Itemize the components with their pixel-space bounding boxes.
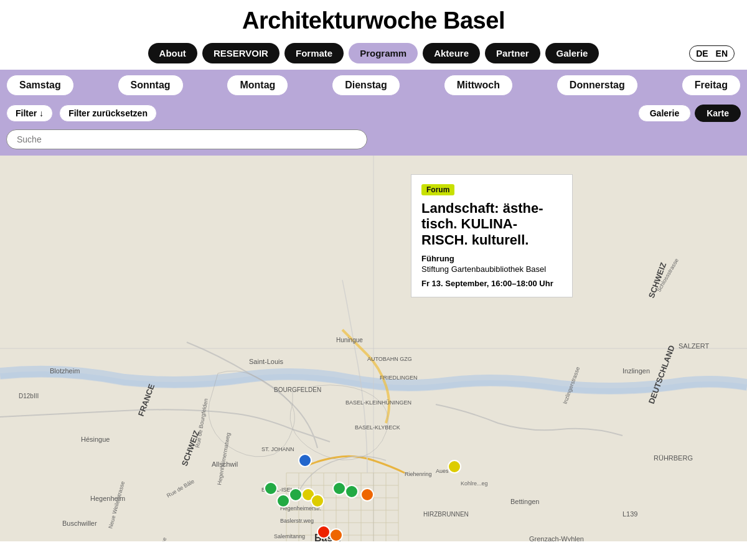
nav-about[interactable]: About (148, 43, 197, 63)
site-header: Architekturwoche Basel (0, 0, 747, 39)
map-pin[interactable] (332, 482, 346, 495)
svg-text:D12bIII: D12bIII (19, 393, 39, 399)
svg-text:Inzlingen: Inzlingen (622, 367, 650, 375)
svg-text:Hésingue: Hésingue (81, 436, 110, 443)
svg-text:SALZERT: SALZERT (679, 342, 710, 350)
search-input[interactable] (6, 129, 367, 149)
svg-text:Bettingen: Bettingen (510, 498, 539, 505)
map-pin[interactable] (317, 525, 331, 539)
search-row (0, 126, 747, 156)
map-pin[interactable] (360, 488, 374, 502)
filter-button[interactable]: Filter ↓ (6, 105, 53, 122)
popup-tag: Forum (421, 184, 454, 195)
tab-samstag[interactable]: Samstag (6, 75, 74, 96)
svg-text:L139: L139 (622, 510, 637, 518)
svg-text:RÜHRBERG: RÜHRBERG (654, 454, 693, 462)
popup-title: Landschaft: ästhe-tisch. KULINA-RISCH. k… (421, 200, 562, 248)
lang-en[interactable]: EN (716, 49, 728, 58)
svg-text:HIRZBRUNNEN: HIRZBRUNNEN (423, 511, 469, 518)
view-karte-button[interactable]: Karte (695, 105, 741, 122)
map-pin[interactable] (311, 494, 324, 508)
popup-location: Stiftung Gartenbaubibliothek Basel (421, 264, 562, 274)
map-container: Blotzheim Hésingue Schönenbuch Hegenheim… (0, 156, 747, 541)
popup-subtitle: Führung (421, 254, 562, 263)
tab-freitag[interactable]: Freitag (682, 75, 741, 96)
lang-de[interactable]: DE (696, 49, 708, 58)
svg-text:Aues: Aues (436, 468, 449, 474)
svg-text:FRIEDLINGEN: FRIEDLINGEN (380, 375, 418, 381)
site-title: Architekturwoche Basel (0, 7, 747, 34)
view-toggle: Galerie Karte (638, 105, 741, 122)
svg-text:Kohlre...eg: Kohlre...eg (461, 480, 488, 487)
nav-programm[interactable]: Programm (349, 43, 418, 63)
map-pin[interactable] (448, 460, 461, 474)
svg-text:Buschwiller: Buschwiller (62, 520, 97, 527)
svg-text:BASEL-KLEINHÜNINGEN: BASEL-KLEINHÜNINGEN (345, 399, 411, 406)
nav-galerie[interactable]: Galerie (545, 43, 599, 63)
svg-text:AUTOBAHN GZG: AUTOBAHN GZG (367, 356, 412, 362)
popup-date: Fr 13. September, 16:00–18:00 Uhr (421, 279, 562, 288)
main-nav: About RESERVOIR Formate Programm Akteure… (0, 39, 747, 70)
nav-reservoir[interactable]: RESERVOIR (202, 43, 280, 63)
nav-formate[interactable]: Formate (284, 43, 344, 63)
view-galerie-button[interactable]: Galerie (638, 105, 691, 122)
popup-card: Forum Landschaft: ästhe-tisch. KULINA-RI… (411, 174, 573, 297)
map-pin[interactable] (289, 488, 303, 502)
lang-switcher: DE EN (689, 45, 735, 62)
filter-row: Filter ↓ Filter zurücksetzen Galerie Kar… (0, 101, 747, 126)
svg-text:ST. JOHANN: ST. JOHANN (261, 446, 294, 452)
svg-text:Saint-Louis: Saint-Louis (249, 358, 284, 365)
nav-partner[interactable]: Partner (485, 43, 540, 63)
svg-text:Salemitanng: Salemitanng (274, 533, 305, 539)
map-pin[interactable] (298, 454, 312, 467)
map-pin[interactable] (345, 485, 359, 498)
svg-text:Huningue: Huningue (336, 337, 363, 343)
svg-text:BASEL-KLYBECK: BASEL-KLYBECK (355, 424, 400, 431)
tab-mittwoch[interactable]: Mittwoch (444, 75, 513, 96)
svg-text:Grenzach-Wyhlen: Grenzach-Wyhlen (529, 535, 584, 541)
svg-text:Baslerstr.weg: Baslerstr.weg (280, 518, 314, 524)
map-pin[interactable] (329, 528, 343, 541)
svg-text:Riehenring: Riehenring (405, 471, 432, 477)
map-pin[interactable] (264, 482, 278, 495)
tab-montag[interactable]: Montag (227, 75, 288, 96)
svg-text:Blotzheim: Blotzheim (50, 367, 80, 375)
tab-dienstag[interactable]: Dienstag (332, 75, 400, 96)
nav-akteure[interactable]: Akteure (423, 43, 480, 63)
tab-donnerstag[interactable]: Donnerstag (557, 75, 638, 96)
map-pin[interactable] (276, 494, 290, 508)
map-svg: Blotzheim Hésingue Schönenbuch Hegenheim… (0, 156, 747, 541)
svg-text:BOURGFELDEN: BOURGFELDEN (274, 386, 321, 393)
day-tabs: Samstag Sonntag Montag Dienstag Mittwoch… (0, 70, 747, 101)
tab-sonntag[interactable]: Sonntag (118, 75, 184, 96)
filter-reset-button[interactable]: Filter zurücksetzen (59, 105, 157, 122)
